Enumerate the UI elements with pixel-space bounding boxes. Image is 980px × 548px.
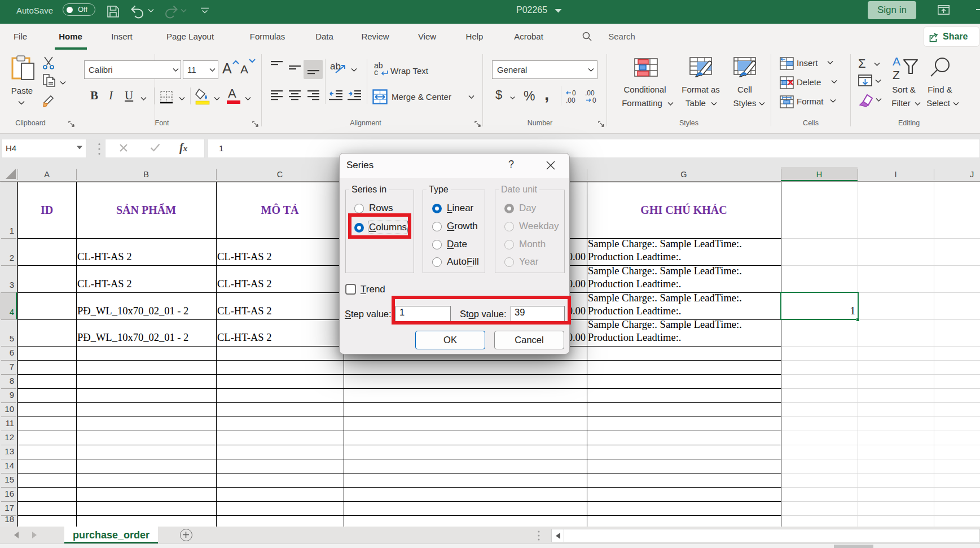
- svg-text:Z: Z: [893, 68, 900, 81]
- svg-text:.00: .00: [566, 97, 575, 104]
- svg-text:.00: .00: [585, 89, 595, 97]
- svg-text:A: A: [893, 55, 900, 68]
- svg-text:0: 0: [592, 97, 596, 104]
- svg-text:0: 0: [572, 89, 576, 97]
